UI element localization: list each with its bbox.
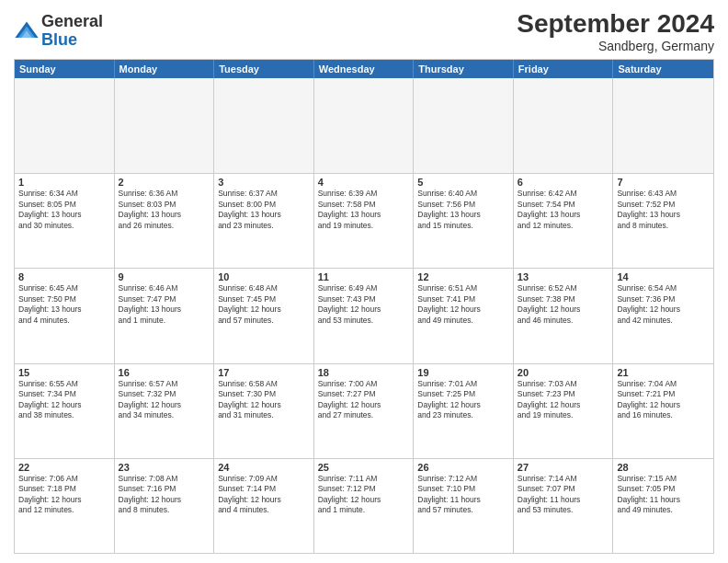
logo-icon: [14, 18, 40, 44]
day-number: 14: [617, 271, 710, 282]
day-info: Sunrise: 6:55 AM Sunset: 7:34 PM Dayligh…: [18, 379, 110, 421]
day-info: Sunrise: 6:48 AM Sunset: 7:45 PM Dayligh…: [218, 283, 310, 326]
day-info: Sunrise: 6:54 AM Sunset: 7:36 PM Dayligh…: [617, 283, 710, 326]
day-cell-3: 3Sunrise: 6:37 AM Sunset: 8:00 PM Daylig…: [214, 174, 314, 268]
header-thursday: Thursday: [414, 60, 514, 78]
page: General Blue September 2024 Sandberg, Ge…: [0, 0, 728, 563]
day-info: Sunrise: 7:04 AM Sunset: 7:21 PM Dayligh…: [617, 379, 710, 421]
day-number: 24: [218, 462, 310, 473]
day-info: Sunrise: 7:09 AM Sunset: 7:14 PM Dayligh…: [218, 474, 310, 516]
day-cell-21: 21Sunrise: 7:04 AM Sunset: 7:21 PM Dayli…: [613, 364, 713, 458]
logo-blue-text: Blue: [41, 31, 103, 50]
day-number: 27: [518, 462, 609, 473]
week-row-4: 15Sunrise: 6:55 AM Sunset: 7:34 PM Dayli…: [15, 363, 713, 458]
day-number: 16: [119, 367, 210, 378]
day-number: 25: [318, 462, 410, 473]
empty-cell: [613, 78, 713, 173]
day-number: 4: [318, 177, 410, 188]
day-number: 10: [218, 271, 310, 282]
day-cell-26: 26Sunrise: 7:12 AM Sunset: 7:10 PM Dayli…: [414, 459, 514, 553]
day-cell-18: 18Sunrise: 7:00 AM Sunset: 7:27 PM Dayli…: [314, 364, 415, 458]
day-cell-8: 8Sunrise: 6:45 AM Sunset: 7:50 PM Daylig…: [15, 269, 115, 362]
day-info: Sunrise: 7:01 AM Sunset: 7:25 PM Dayligh…: [417, 379, 509, 421]
day-cell-7: 7Sunrise: 6:43 AM Sunset: 7:52 PM Daylig…: [613, 174, 713, 268]
day-cell-25: 25Sunrise: 7:11 AM Sunset: 7:12 PM Dayli…: [314, 459, 415, 553]
empty-cell: [414, 78, 514, 173]
day-cell-22: 22Sunrise: 7:06 AM Sunset: 7:18 PM Dayli…: [15, 459, 115, 553]
day-cell-17: 17Sunrise: 6:58 AM Sunset: 7:30 PM Dayli…: [214, 364, 314, 458]
day-number: 3: [218, 177, 310, 188]
empty-cell: [115, 78, 215, 173]
day-info: Sunrise: 7:00 AM Sunset: 7:27 PM Dayligh…: [318, 379, 410, 421]
day-number: 21: [617, 367, 710, 378]
day-info: Sunrise: 7:11 AM Sunset: 7:12 PM Dayligh…: [318, 474, 410, 516]
empty-cell: [214, 78, 314, 173]
day-info: Sunrise: 7:08 AM Sunset: 7:16 PM Dayligh…: [119, 474, 210, 516]
day-info: Sunrise: 6:34 AM Sunset: 8:05 PM Dayligh…: [18, 189, 110, 231]
day-number: 13: [518, 271, 609, 282]
day-cell-27: 27Sunrise: 7:14 AM Sunset: 7:07 PM Dayli…: [514, 459, 614, 553]
day-number: 6: [518, 177, 609, 188]
day-cell-1: 1Sunrise: 6:34 AM Sunset: 8:05 PM Daylig…: [15, 174, 115, 268]
day-number: 7: [617, 177, 710, 188]
week-row-3: 8Sunrise: 6:45 AM Sunset: 7:50 PM Daylig…: [15, 268, 713, 362]
day-info: Sunrise: 6:46 AM Sunset: 7:47 PM Dayligh…: [119, 283, 210, 326]
logo: General Blue: [14, 13, 103, 50]
day-number: 12: [417, 271, 509, 282]
calendar-header: Sunday Monday Tuesday Wednesday Thursday…: [15, 60, 713, 78]
empty-cell: [15, 78, 115, 173]
day-cell-13: 13Sunrise: 6:52 AM Sunset: 7:38 PM Dayli…: [514, 269, 614, 362]
day-cell-14: 14Sunrise: 6:54 AM Sunset: 7:36 PM Dayli…: [613, 269, 713, 362]
day-info: Sunrise: 7:12 AM Sunset: 7:10 PM Dayligh…: [417, 474, 509, 516]
day-number: 2: [119, 177, 210, 188]
day-number: 17: [218, 367, 310, 378]
day-cell-24: 24Sunrise: 7:09 AM Sunset: 7:14 PM Dayli…: [214, 459, 314, 553]
day-info: Sunrise: 6:52 AM Sunset: 7:38 PM Dayligh…: [518, 283, 609, 326]
day-info: Sunrise: 6:49 AM Sunset: 7:43 PM Dayligh…: [318, 283, 410, 326]
day-number: 22: [18, 462, 110, 473]
header-monday: Monday: [115, 60, 215, 78]
week-row-5: 22Sunrise: 7:06 AM Sunset: 7:18 PM Dayli…: [15, 458, 713, 553]
day-info: Sunrise: 7:03 AM Sunset: 7:23 PM Dayligh…: [518, 379, 609, 421]
day-number: 8: [18, 271, 110, 282]
logo-text: General Blue: [41, 13, 103, 50]
day-cell-11: 11Sunrise: 6:49 AM Sunset: 7:43 PM Dayli…: [314, 269, 415, 362]
day-cell-10: 10Sunrise: 6:48 AM Sunset: 7:45 PM Dayli…: [214, 269, 314, 362]
header-sunday: Sunday: [15, 60, 115, 78]
day-info: Sunrise: 7:14 AM Sunset: 7:07 PM Dayligh…: [518, 474, 609, 516]
day-cell-19: 19Sunrise: 7:01 AM Sunset: 7:25 PM Dayli…: [414, 364, 514, 458]
calendar-body: 1Sunrise: 6:34 AM Sunset: 8:05 PM Daylig…: [15, 78, 713, 553]
day-number: 20: [518, 367, 609, 378]
subtitle: Sandberg, Germany: [517, 39, 714, 53]
month-title: September 2024: [517, 9, 714, 39]
day-info: Sunrise: 6:42 AM Sunset: 7:54 PM Dayligh…: [518, 189, 609, 231]
day-number: 18: [318, 367, 410, 378]
day-info: Sunrise: 6:58 AM Sunset: 7:30 PM Dayligh…: [218, 379, 310, 421]
logo-general-text: General: [41, 13, 103, 31]
day-cell-4: 4Sunrise: 6:39 AM Sunset: 7:58 PM Daylig…: [314, 174, 415, 268]
day-info: Sunrise: 6:39 AM Sunset: 7:58 PM Dayligh…: [318, 189, 410, 231]
day-info: Sunrise: 7:06 AM Sunset: 7:18 PM Dayligh…: [18, 474, 110, 516]
day-info: Sunrise: 6:36 AM Sunset: 8:03 PM Dayligh…: [119, 189, 210, 231]
empty-cell: [314, 78, 415, 173]
header-saturday: Saturday: [613, 60, 713, 78]
header-friday: Friday: [514, 60, 614, 78]
day-info: Sunrise: 6:40 AM Sunset: 7:56 PM Dayligh…: [417, 189, 509, 231]
day-number: 19: [417, 367, 509, 378]
day-cell-28: 28Sunrise: 7:15 AM Sunset: 7:05 PM Dayli…: [613, 459, 713, 553]
day-number: 15: [18, 367, 110, 378]
day-number: 23: [119, 462, 210, 473]
header-wednesday: Wednesday: [314, 60, 415, 78]
title-block: September 2024 Sandberg, Germany: [517, 9, 714, 53]
day-cell-23: 23Sunrise: 7:08 AM Sunset: 7:16 PM Dayli…: [115, 459, 215, 553]
header: General Blue September 2024 Sandberg, Ge…: [14, 9, 714, 53]
day-info: Sunrise: 6:37 AM Sunset: 8:00 PM Dayligh…: [218, 189, 310, 231]
day-number: 5: [417, 177, 509, 188]
day-cell-5: 5Sunrise: 6:40 AM Sunset: 7:56 PM Daylig…: [414, 174, 514, 268]
day-cell-20: 20Sunrise: 7:03 AM Sunset: 7:23 PM Dayli…: [514, 364, 614, 458]
day-number: 1: [18, 177, 110, 188]
header-tuesday: Tuesday: [214, 60, 314, 78]
week-row-1: [15, 78, 713, 173]
calendar: Sunday Monday Tuesday Wednesday Thursday…: [14, 59, 714, 554]
week-row-2: 1Sunrise: 6:34 AM Sunset: 8:05 PM Daylig…: [15, 173, 713, 268]
